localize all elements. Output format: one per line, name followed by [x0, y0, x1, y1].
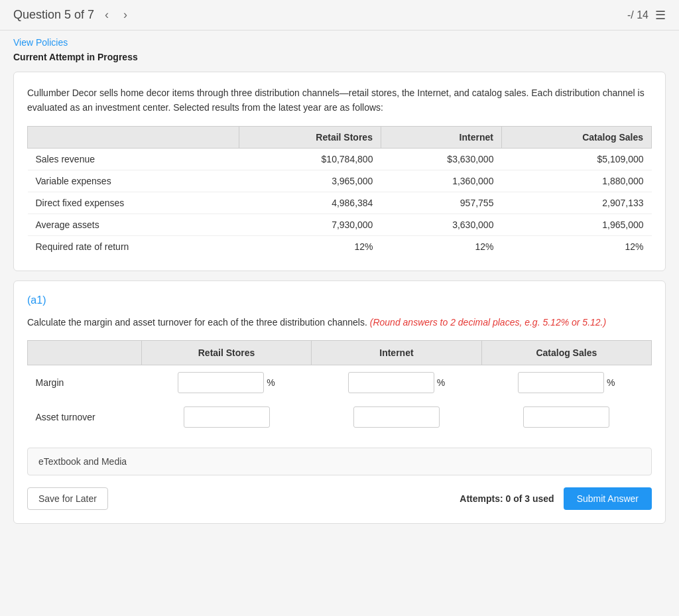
table-row: Average assets 7,930,000 3,630,000 1,965… [28, 214, 652, 235]
instruction-text: Calculate the margin and asset turnover … [27, 316, 652, 330]
content-area: Cullumber Decor sells home decor items t… [0, 65, 679, 530]
answer-col-internet: Internet [312, 340, 481, 365]
turnover-internet-cell [312, 400, 481, 434]
margin-internet-cell: % [312, 365, 481, 400]
footer-right: Attempts: 0 of 3 used Submit Answer [460, 487, 652, 510]
row-label: Variable expenses [28, 170, 239, 192]
data-table: Retail Stores Internet Catalog Sales Sal… [27, 126, 652, 257]
answer-col-catalog: Catalog Sales [481, 340, 651, 365]
menu-icon[interactable]: ☰ [655, 8, 666, 23]
instruction-highlight: (Round answers to 2 decimal places, e.g.… [370, 317, 606, 328]
cell-value: 3,965,000 [239, 170, 381, 192]
margin-internet-input[interactable] [348, 372, 434, 393]
col-header-catalog: Catalog Sales [501, 126, 651, 148]
turnover-retail-cell [141, 400, 311, 434]
cell-value: 2,907,133 [501, 192, 651, 214]
answer-table: Retail Stores Internet Catalog Sales Mar… [27, 340, 652, 434]
sub-header: View Policies Current Attempt in Progres… [0, 31, 679, 65]
col-header-retail: Retail Stores [239, 126, 381, 148]
table-row: Variable expenses 3,965,000 1,360,000 1,… [28, 170, 652, 192]
submit-answer-button[interactable]: Submit Answer [564, 487, 652, 510]
row-label: Required rate of return [28, 235, 239, 257]
cell-value: 1,360,000 [381, 170, 501, 192]
margin-row: Margin % % [28, 365, 652, 400]
question-title: Question 5 of 7 [13, 8, 94, 22]
question-text: Cullumber Decor sells home decor items t… [27, 86, 652, 115]
table-row: Direct fixed expenses 4,986,384 957,755 … [28, 192, 652, 214]
margin-label: Margin [28, 365, 142, 400]
percent-sign: % [267, 377, 275, 388]
answer-col-empty [28, 340, 142, 365]
turnover-catalog-input[interactable] [523, 406, 609, 428]
margin-catalog-input[interactable] [518, 372, 604, 393]
etextbook-bar: eTextbook and Media [27, 448, 652, 475]
attempts-text: Attempts: 0 of 3 used [460, 493, 554, 504]
asset-turnover-row: Asset turnover [28, 400, 652, 434]
next-button[interactable]: › [119, 7, 131, 23]
cell-value: 12% [239, 235, 381, 257]
answer-section: (a1) Calculate the margin and asset turn… [13, 280, 666, 524]
question-header: Question 5 of 7 ‹ › -/ 14 ☰ [0, 0, 679, 31]
row-label: Sales revenue [28, 148, 239, 170]
score-display: -/ 14 [627, 9, 648, 21]
header-right: -/ 14 ☰ [627, 8, 666, 23]
header-left: Question 5 of 7 ‹ › [13, 7, 131, 23]
turnover-catalog-cell [481, 400, 651, 434]
asset-turnover-label: Asset turnover [28, 400, 142, 434]
col-header-internet: Internet [381, 126, 501, 148]
cell-value: $10,784,800 [239, 148, 381, 170]
turnover-internet-input[interactable] [353, 406, 440, 428]
row-label: Direct fixed expenses [28, 192, 239, 214]
question-card: Cullumber Decor sells home decor items t… [13, 72, 666, 271]
cell-value: 3,630,000 [381, 214, 501, 235]
cell-value: $5,109,000 [501, 148, 651, 170]
col-header-empty [28, 126, 239, 148]
answer-footer: Save for Later Attempts: 0 of 3 used Sub… [27, 485, 652, 510]
margin-retail-input[interactable] [178, 372, 264, 393]
part-label: (a1) [27, 294, 652, 306]
cell-value: 1,965,000 [501, 214, 651, 235]
prev-button[interactable]: ‹ [101, 7, 113, 23]
percent-sign: % [607, 377, 615, 388]
cell-value: 12% [501, 235, 651, 257]
cell-value: 12% [381, 235, 501, 257]
table-row: Sales revenue $10,784,800 $3,630,000 $5,… [28, 148, 652, 170]
table-row: Required rate of return 12% 12% 12% [28, 235, 652, 257]
answer-col-retail: Retail Stores [141, 340, 311, 365]
save-later-button[interactable]: Save for Later [27, 487, 108, 510]
cell-value: 957,755 [381, 192, 501, 214]
cell-value: 4,986,384 [239, 192, 381, 214]
cell-value: $3,630,000 [381, 148, 501, 170]
attempt-status: Current Attempt in Progress [13, 52, 138, 62]
cell-value: 1,880,000 [501, 170, 651, 192]
cell-value: 7,930,000 [239, 214, 381, 235]
view-policies-link[interactable]: View Policies [13, 37, 666, 48]
percent-sign: % [437, 377, 445, 388]
margin-catalog-cell: % [481, 365, 651, 400]
row-label: Average assets [28, 214, 239, 235]
turnover-retail-input[interactable] [184, 406, 270, 428]
margin-retail-cell: % [141, 365, 311, 400]
